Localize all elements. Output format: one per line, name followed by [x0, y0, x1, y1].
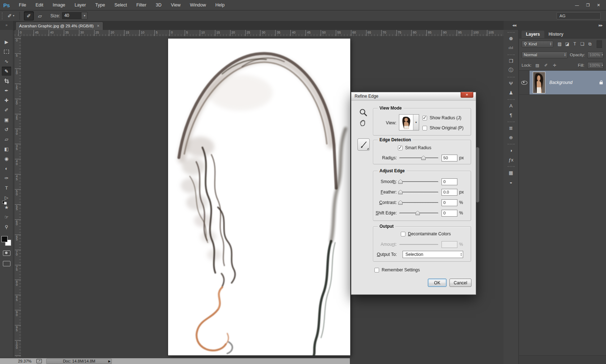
tool-strip-expander[interactable]: » [0, 21, 13, 30]
clone-source-panel-icon[interactable]: ♟ [506, 88, 517, 97]
vertical-ruler[interactable]: 051 01 52 02 53 03 54 04 55 05 56 06 57 … [15, 36, 21, 357]
materials-panel-icon[interactable]: ❒ [506, 57, 517, 65]
adjustments-panel-icon[interactable]: ◑ [506, 146, 517, 155]
rectangular-marquee-tool[interactable] [2, 47, 11, 56]
history-tab[interactable]: History [544, 31, 568, 38]
brush-size-field[interactable]: 40 [62, 12, 81, 19]
document-canvas[interactable] [168, 39, 350, 355]
slider[interactable] [399, 179, 438, 184]
dodge-tool[interactable]: ◐ [2, 164, 11, 173]
radius-value-field[interactable]: 50 [442, 155, 457, 161]
eyedropper-tool[interactable]: ✒ [2, 86, 11, 95]
histogram-panel-icon[interactable]: ılıl [506, 44, 517, 52]
collapse-dock-chevrons[interactable]: ▶▶ [599, 24, 602, 27]
screen-mode-button[interactable] [3, 261, 10, 266]
tab-close-icon[interactable]: × [97, 24, 100, 28]
slider[interactable] [399, 200, 438, 205]
filter-adjustment-layers-icon[interactable]: ◪ [563, 41, 571, 48]
value-field[interactable]: 0.0 [442, 189, 457, 196]
view-thumbnail-dropdown[interactable]: ▼ [399, 114, 419, 130]
filter-smart-objects-icon[interactable]: ⧉ [586, 41, 594, 48]
dialog-zoom-tool-button[interactable] [359, 108, 368, 117]
lock-transparency-icon[interactable]: ▨ [535, 63, 540, 68]
blur-tool[interactable]: ◉ [2, 154, 11, 163]
filter-shape-layers-icon[interactable]: ❏ [579, 41, 586, 48]
menu-item-layer[interactable]: Layer [70, 0, 91, 10]
menu-item-view[interactable]: View [166, 0, 185, 10]
brush-panel-icon[interactable]: Ψ [506, 79, 517, 88]
refine-radius-tool-button[interactable]: ✐ [24, 11, 34, 21]
filter-pixel-layers-icon[interactable]: ▨ [556, 41, 563, 48]
value-field[interactable]: 0 [442, 210, 457, 217]
ok-button[interactable]: OK [428, 279, 447, 287]
lasso-tool[interactable]: ∿ [2, 57, 11, 66]
status-menu-arrow[interactable]: ▶ [108, 360, 110, 363]
layer-visibility-cell[interactable] [519, 71, 530, 94]
smart-radius-checkbox-row[interactable]: Smart Radius [398, 145, 431, 150]
export-icon[interactable]: ↗ [36, 359, 42, 363]
smart-radius-checkbox[interactable] [398, 146, 403, 150]
dialog-title-bar[interactable]: Refine Edge [351, 92, 476, 101]
output-to-dropdown[interactable]: Selection ▴▾ [403, 251, 463, 258]
slider-thumb[interactable] [398, 200, 403, 205]
decontaminate-colors-checkbox[interactable] [401, 232, 405, 236]
menu-item-3d[interactable]: 3D [151, 0, 166, 10]
slider-thumb[interactable] [416, 211, 420, 215]
show-radius-checkbox-row[interactable]: Show Radius (J) [422, 115, 461, 120]
fill-dropdown[interactable]: 100% ▾ [587, 62, 603, 69]
show-original-checkbox-row[interactable]: Show Original (P) [422, 125, 464, 130]
pen-tool[interactable]: ✑ [2, 174, 11, 183]
filter-type-layers-icon[interactable]: T [571, 41, 579, 48]
channels-panel-icon[interactable]: ⊕ [506, 133, 517, 142]
window-close-button[interactable]: ✕ [597, 3, 600, 8]
type-tool[interactable]: T [2, 183, 11, 192]
value-field[interactable]: 0 [442, 178, 457, 185]
zoom-level-field[interactable]: 29.37% [17, 359, 33, 364]
foreground-color-swatch[interactable] [1, 236, 8, 242]
menu-item-file[interactable]: File [14, 0, 31, 10]
opacity-dropdown[interactable]: 100% ▾ [587, 52, 603, 58]
properties-panel-icon[interactable]: ◒ [506, 178, 517, 186]
document-tab[interactable]: Azarshan Graphic.jpg @ 29.4% (RGB/8) × [16, 22, 103, 30]
slider-thumb[interactable] [398, 179, 403, 184]
dialog-close-button[interactable]: ✕ [461, 92, 473, 98]
move-tool[interactable]: ▶ [2, 37, 11, 46]
workspace-switcher[interactable]: AG [557, 12, 601, 19]
styles-panel-icon[interactable]: ƒx [506, 155, 517, 164]
menu-item-type[interactable]: Type [91, 0, 110, 10]
tool-preset-picker[interactable]: ✐ ▾ [6, 12, 16, 19]
menu-item-edit[interactable]: Edit [31, 0, 48, 10]
slider-thumb[interactable] [398, 190, 403, 194]
zoom-tool[interactable]: ⚲ [2, 222, 11, 231]
hand-tool[interactable]: ☞ [2, 213, 11, 222]
slider[interactable] [399, 190, 438, 195]
show-radius-checkbox[interactable] [422, 116, 427, 120]
slider-thumb[interactable] [421, 156, 426, 160]
collapse-icon-strip-chevrons[interactable]: ◀◀ [512, 24, 516, 27]
minimize-button[interactable]: — [575, 3, 579, 8]
layer-thumbnail[interactable] [533, 72, 545, 93]
color-swatches[interactable] [1, 236, 11, 246]
brush-tool[interactable]: ✐ [2, 106, 11, 115]
menu-item-image[interactable]: Image [48, 0, 70, 10]
info-panel-icon[interactable]: ⓘ [506, 66, 517, 75]
menu-item-window[interactable]: Window [185, 0, 211, 10]
blend-mode-dropdown[interactable]: Normal ▴▾ [522, 52, 568, 58]
healing-brush-tool[interactable]: ✚ [2, 96, 11, 105]
history-brush-tool[interactable]: ↺ [2, 125, 11, 134]
paragraph-panel-icon[interactable]: ¶ [506, 111, 517, 119]
gradient-tool[interactable]: ◧ [2, 145, 11, 154]
quick-selection-tool[interactable]: ✎ [2, 67, 11, 76]
color-panel-icon[interactable]: ☸ [506, 34, 517, 43]
eraser-tool[interactable]: ▱ [2, 135, 11, 144]
crop-tool[interactable] [2, 76, 11, 85]
brush-size-dropdown-arrow[interactable]: ▼ [81, 12, 88, 19]
character-styles-panel-icon[interactable]: ≣ [506, 124, 517, 132]
remember-settings-checkbox[interactable] [374, 268, 379, 272]
masks-panel-icon[interactable]: ▦ [506, 168, 517, 177]
lock-pixels-icon[interactable]: ✐ [543, 63, 549, 68]
dialog-hand-tool-button[interactable] [359, 118, 367, 127]
erase-refinements-tool-button[interactable]: ▱ [35, 12, 45, 20]
lock-position-icon[interactable]: ✛ [552, 63, 558, 68]
value-field[interactable]: 0 [442, 199, 457, 206]
